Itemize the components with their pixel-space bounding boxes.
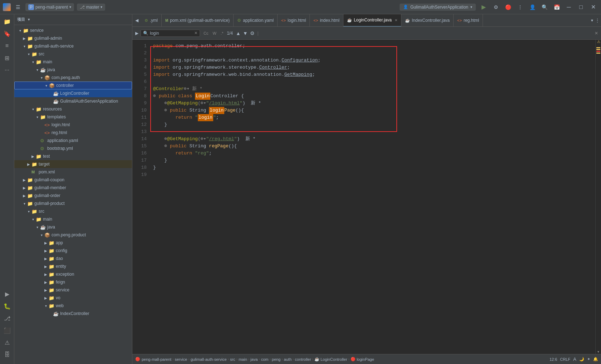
tree-item-index-controller[interactable]: ▶ ☕ IndexController [14, 310, 132, 318]
tree-item-gulimall-product[interactable]: ▾ 📁 gulimall-product [14, 200, 132, 207]
tab-index-html[interactable]: <> index.html [310, 14, 343, 27]
more-tools-icon[interactable]: ··· [1, 64, 13, 76]
tab-reg-html[interactable]: <> reg.html [454, 14, 483, 27]
status-icon-bell[interactable]: 🔔 [593, 357, 598, 361]
menu-button[interactable]: ☰ [14, 3, 23, 11]
tab-pom-xml[interactable]: M pom.xml (gulimall-auth-service) [162, 14, 234, 27]
tree-item-src[interactable]: ▾ 📁 src [14, 50, 132, 58]
case-sensitive-btn[interactable]: Cc [202, 30, 210, 36]
user-icon[interactable]: 👤 [527, 2, 537, 12]
tree-item-reg-html[interactable]: ▶ <> reg.html [14, 129, 132, 137]
tree-item-feign[interactable]: ▶ 📁 feign [14, 278, 132, 286]
tree-item-java[interactable]: ▾ ☕ java [14, 66, 132, 74]
tree-item-resources[interactable]: ▾ 📁 resources [14, 105, 132, 113]
status-icon-star[interactable]: ✦ [587, 357, 590, 361]
tree-item-service[interactable]: ▾ 📁 service [14, 26, 132, 34]
tree-item-application-yaml[interactable]: ▶ ⚙ application.yaml [14, 137, 132, 144]
problems-icon[interactable]: ⚠ [1, 337, 13, 348]
tree-item-bootstrap-yml[interactable]: ▶ ⚙ bootstrap.yml [14, 144, 132, 152]
tree-item-pom-xml[interactable]: ▶ M pom.xml [14, 168, 132, 176]
tree-item-gulimall-member[interactable]: ▶ 📁 gulimall-member [14, 184, 132, 192]
file-tree-body: ▾ 📁 service ▶ 📁 gulimall-admin ▾ 📁 gulim… [14, 25, 132, 364]
label-controller: controller [56, 83, 74, 88]
tree-item-product-src[interactable]: ▾ 📁 src [14, 207, 132, 215]
debug-icon[interactable]: 🐛 [1, 300, 13, 312]
tree-item-dao[interactable]: ▶ 📁 dao [14, 255, 132, 262]
code-line-6 [150, 78, 595, 85]
status-icon-a[interactable]: A [573, 356, 576, 362]
branch-selector[interactable]: ⎇ master ▾ [77, 4, 106, 11]
tab-settings-btn[interactable]: ⋮ [595, 18, 600, 23]
tree-item-com-peng-product[interactable]: ▾ 📦 com.peng.product [14, 231, 132, 239]
tree-item-login-html[interactable]: ▶ <> login.html [14, 121, 132, 129]
code-line-3: import org.springframework.context.annot… [150, 57, 595, 64]
search-filter-btn[interactable]: ⚙ [249, 30, 255, 37]
tree-item-gulimall-app[interactable]: ▶ ☕ GulimallAuthServerApplication [14, 97, 132, 105]
run-button[interactable]: ▶ [479, 2, 489, 12]
calendar-icon[interactable]: 📅 [552, 2, 562, 12]
label-index-controller: IndexController [60, 311, 89, 316]
code-line-7: @Controller ⊕▾ 新 * [150, 85, 595, 93]
tree-item-vo[interactable]: ▶ 📁 vo [14, 294, 132, 302]
alert-icon[interactable]: 🔴 [503, 2, 513, 12]
tab-login-html[interactable]: <> login.html [278, 14, 310, 27]
tree-item-test[interactable]: ▶ 📁 test [14, 152, 132, 160]
status-icon-moon[interactable]: 🌙 [579, 357, 584, 361]
tree-item-templates[interactable]: ▾ 📁 templates [14, 113, 132, 121]
tree-item-entity[interactable]: ▶ 📁 entity [14, 262, 132, 270]
minimize-button[interactable]: ─ [564, 2, 574, 12]
statusbar: 🔴 peng-mall-parent › service › gulimall-… [132, 354, 601, 364]
plugin-icon[interactable]: ⊞ [1, 52, 13, 64]
project-icon[interactable]: 📁 [1, 16, 13, 27]
git-icon[interactable]: ⎇ [1, 313, 13, 324]
tree-item-product-java[interactable]: ▾ ☕ java [14, 223, 132, 231]
tree-item-exception[interactable]: ▶ 📁 exception [14, 270, 132, 278]
tree-item-com-peng-auth[interactable]: ▾ 📦 com.peng.auth [14, 74, 132, 82]
tree-item-main[interactable]: ▾ 📁 main [14, 58, 132, 66]
more-icon[interactable]: ⋮ [515, 2, 525, 12]
tab-login-ctrl-close[interactable]: ✕ [395, 18, 397, 22]
tree-item-gulimall-coupon[interactable]: ▶ 📁 gulimall-coupon [14, 176, 132, 184]
tree-item-service[interactable]: ▶ 📁 service [14, 286, 132, 294]
tab-index-controller[interactable]: ☕ IndexController.java [401, 14, 454, 27]
word-btn[interactable]: W [211, 30, 218, 36]
gutter-marker-4 [596, 53, 600, 54]
folder-icon-prod-java: ☕ [40, 225, 46, 230]
search-icon[interactable]: 🔍 [539, 2, 549, 12]
tree-item-login-controller[interactable]: ▶ ☕ LoginController [14, 89, 132, 97]
tree-item-gulimall-admin[interactable]: ▶ 📁 gulimall-admin [14, 34, 132, 42]
search-next-btn[interactable]: ▼ [242, 30, 249, 37]
run-config[interactable]: 👤 GulimallAuthServerApplication ▾ [400, 4, 476, 11]
regex-btn[interactable]: .* [219, 30, 225, 36]
label-member: gulimall-member [34, 185, 66, 190]
tree-item-target[interactable]: ▶ 📁 target [14, 160, 132, 168]
tree-item-gulimall-order[interactable]: ▶ 📁 gulimall-order [14, 192, 132, 200]
terminal-icon[interactable]: ⬛ [1, 325, 13, 336]
maximize-button[interactable]: □ [576, 2, 586, 12]
label-entity: entity [56, 264, 66, 269]
search-input[interactable] [150, 31, 193, 36]
close-button[interactable]: ✕ [588, 2, 598, 12]
db-icon[interactable]: 🗄 [1, 349, 13, 360]
tree-item-config[interactable]: ▶ 📁 config [14, 247, 132, 255]
code-content[interactable]: package com.peng.auth.controller; import… [150, 40, 595, 354]
tab-nav-left[interactable]: ◀ [132, 14, 141, 27]
search-clear-icon[interactable]: ✕ [194, 31, 197, 35]
run-icon[interactable]: ▶ [1, 288, 13, 300]
tab-application-yaml[interactable]: ⚙ application.yaml [234, 14, 278, 27]
tab-yml[interactable]: ⚙ .yml [141, 14, 162, 27]
structure-icon[interactable]: ≡ [1, 40, 13, 51]
tree-item-app[interactable]: ▶ 📁 app [14, 239, 132, 247]
search-expand-icon[interactable]: ▶ [135, 31, 138, 36]
tab-login-controller[interactable]: ☕ LoginController.java ✕ [343, 14, 401, 27]
tree-item-gulimall-auth-service[interactable]: ▾ 📁 gulimall-auth-service [14, 42, 132, 50]
tab-more-btn[interactable]: ▾ [591, 18, 593, 23]
bookmark-icon[interactable]: 🔖 [1, 28, 13, 39]
tree-item-controller[interactable]: ▾ 📦 controller [14, 82, 132, 89]
search-close-btn[interactable]: ✕ [595, 31, 598, 36]
tree-item-web[interactable]: ▾ 📁 web [14, 302, 132, 310]
settings-icon[interactable]: ⚙ [491, 2, 501, 12]
tree-item-product-main[interactable]: ▾ 📁 main [14, 215, 132, 223]
search-prev-btn[interactable]: ▲ [235, 30, 241, 37]
project-selector[interactable]: P peng-mall-parent ▾ [25, 3, 74, 11]
